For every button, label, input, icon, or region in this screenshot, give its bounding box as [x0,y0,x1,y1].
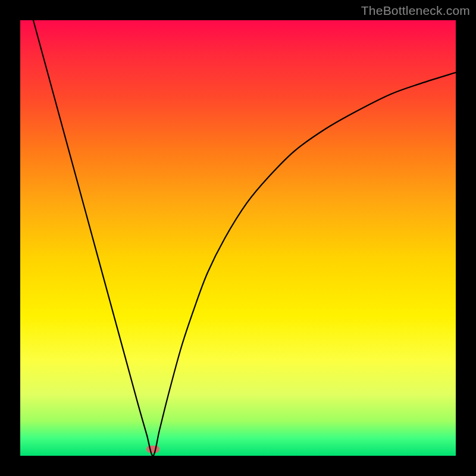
chart-frame: TheBottleneck.com [0,0,476,476]
bottleneck-curve [20,20,456,456]
watermark-label: TheBottleneck.com [361,4,470,18]
plot-area [20,20,456,456]
